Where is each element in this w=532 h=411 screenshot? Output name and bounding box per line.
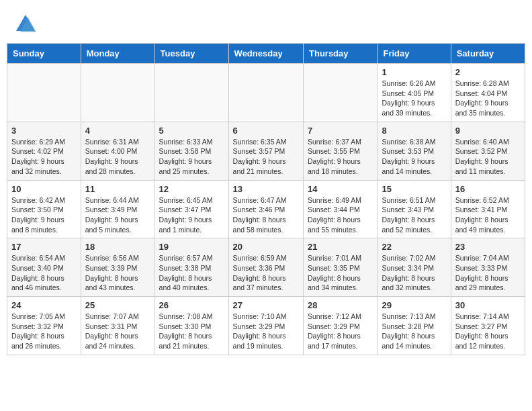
- day-cell: 11Sunrise: 6:44 AMSunset: 3:49 PMDayligh…: [81, 180, 154, 238]
- week-row-3: 17Sunrise: 6:54 AMSunset: 3:40 PMDayligh…: [7, 238, 525, 297]
- day-number: 28: [308, 300, 373, 310]
- day-cell: 13Sunrise: 6:47 AMSunset: 3:46 PMDayligh…: [228, 180, 303, 238]
- day-info: Sunrise: 6:44 AMSunset: 3:49 PMDaylight:…: [85, 195, 150, 235]
- day-number: 24: [11, 300, 77, 310]
- logo-icon: [13, 12, 38, 36]
- day-info: Sunrise: 7:05 AMSunset: 3:32 PMDaylight:…: [11, 312, 77, 351]
- day-cell: [228, 64, 303, 122]
- week-row-4: 24Sunrise: 7:05 AMSunset: 3:32 PMDayligh…: [7, 297, 525, 355]
- day-info: Sunrise: 6:40 AMSunset: 3:52 PMDaylight:…: [455, 137, 521, 177]
- day-cell: 30Sunrise: 7:14 AMSunset: 3:27 PMDayligh…: [451, 297, 525, 355]
- logo: [13, 12, 40, 36]
- day-number: 20: [233, 242, 299, 252]
- day-info: Sunrise: 6:49 AMSunset: 3:44 PMDaylight:…: [308, 195, 373, 235]
- day-cell: 7Sunrise: 6:37 AMSunset: 3:55 PMDaylight…: [304, 122, 378, 180]
- day-cell: 6Sunrise: 6:35 AMSunset: 3:57 PMDaylight…: [228, 122, 303, 180]
- day-info: Sunrise: 7:13 AMSunset: 3:28 PMDaylight:…: [382, 312, 446, 351]
- col-header-wednesday: Wednesday: [228, 44, 303, 64]
- col-header-sunday: Sunday: [7, 44, 81, 64]
- day-number: 27: [233, 300, 299, 310]
- day-number: 13: [233, 184, 299, 194]
- day-info: Sunrise: 6:29 AMSunset: 4:02 PMDaylight:…: [11, 137, 77, 177]
- day-number: 25: [85, 300, 150, 310]
- day-number: 26: [159, 300, 224, 310]
- day-number: 10: [11, 184, 77, 194]
- day-number: 2: [455, 67, 521, 77]
- day-number: 30: [455, 300, 521, 310]
- col-header-thursday: Thursday: [304, 44, 378, 64]
- week-row-2: 10Sunrise: 6:42 AMSunset: 3:50 PMDayligh…: [7, 180, 525, 238]
- day-cell: 26Sunrise: 7:08 AMSunset: 3:30 PMDayligh…: [154, 297, 228, 355]
- day-cell: 12Sunrise: 6:45 AMSunset: 3:47 PMDayligh…: [154, 180, 228, 238]
- day-number: 11: [85, 184, 150, 194]
- day-number: 6: [233, 126, 299, 136]
- day-number: 4: [85, 126, 150, 136]
- day-number: 9: [455, 126, 521, 136]
- day-number: 29: [382, 300, 446, 310]
- day-info: Sunrise: 6:51 AMSunset: 3:43 PMDaylight:…: [382, 195, 446, 235]
- day-number: 19: [159, 242, 224, 252]
- day-cell: 8Sunrise: 6:38 AMSunset: 3:53 PMDaylight…: [378, 122, 451, 180]
- day-info: Sunrise: 6:57 AMSunset: 3:38 PMDaylight:…: [159, 253, 224, 293]
- day-info: Sunrise: 6:38 AMSunset: 3:53 PMDaylight:…: [382, 137, 446, 177]
- day-info: Sunrise: 6:45 AMSunset: 3:47 PMDaylight:…: [159, 195, 224, 235]
- day-info: Sunrise: 6:37 AMSunset: 3:55 PMDaylight:…: [308, 137, 373, 177]
- calendar-table: SundayMondayTuesdayWednesdayThursdayFrid…: [7, 43, 525, 355]
- day-cell: [154, 64, 228, 122]
- day-cell: 24Sunrise: 7:05 AMSunset: 3:32 PMDayligh…: [7, 297, 81, 355]
- day-cell: 19Sunrise: 6:57 AMSunset: 3:38 PMDayligh…: [154, 238, 228, 297]
- day-number: 3: [11, 126, 77, 136]
- day-cell: 10Sunrise: 6:42 AMSunset: 3:50 PMDayligh…: [7, 180, 81, 238]
- day-info: Sunrise: 6:28 AMSunset: 4:04 PMDaylight:…: [455, 79, 521, 118]
- day-info: Sunrise: 6:52 AMSunset: 3:41 PMDaylight:…: [455, 195, 521, 235]
- header-row: SundayMondayTuesdayWednesdayThursdayFrid…: [7, 44, 525, 64]
- day-info: Sunrise: 7:01 AMSunset: 3:35 PMDaylight:…: [308, 253, 373, 293]
- day-number: 22: [382, 242, 446, 252]
- day-info: Sunrise: 7:07 AMSunset: 3:31 PMDaylight:…: [85, 312, 150, 351]
- day-cell: 2Sunrise: 6:28 AMSunset: 4:04 PMDaylight…: [451, 64, 525, 122]
- day-number: 5: [159, 126, 224, 136]
- day-cell: 4Sunrise: 6:31 AMSunset: 4:00 PMDaylight…: [81, 122, 154, 180]
- day-info: Sunrise: 7:12 AMSunset: 3:29 PMDaylight:…: [308, 312, 373, 351]
- calendar-wrapper: SundayMondayTuesdayWednesdayThursdayFrid…: [0, 43, 532, 362]
- day-number: 1: [382, 67, 446, 77]
- day-cell: 22Sunrise: 7:02 AMSunset: 3:34 PMDayligh…: [378, 238, 451, 297]
- day-info: Sunrise: 6:56 AMSunset: 3:39 PMDaylight:…: [85, 253, 150, 293]
- day-number: 8: [382, 126, 446, 136]
- day-number: 18: [85, 242, 150, 252]
- page-header: [0, 0, 532, 43]
- day-cell: [7, 64, 81, 122]
- day-number: 15: [382, 184, 446, 194]
- col-header-tuesday: Tuesday: [154, 44, 228, 64]
- day-info: Sunrise: 6:54 AMSunset: 3:40 PMDaylight:…: [11, 253, 77, 293]
- day-info: Sunrise: 6:31 AMSunset: 4:00 PMDaylight:…: [85, 137, 150, 177]
- day-number: 23: [455, 242, 521, 252]
- day-cell: [304, 64, 378, 122]
- day-cell: 15Sunrise: 6:51 AMSunset: 3:43 PMDayligh…: [378, 180, 451, 238]
- col-header-saturday: Saturday: [451, 44, 525, 64]
- day-cell: 16Sunrise: 6:52 AMSunset: 3:41 PMDayligh…: [451, 180, 525, 238]
- day-info: Sunrise: 6:26 AMSunset: 4:05 PMDaylight:…: [382, 79, 446, 118]
- day-cell: 9Sunrise: 6:40 AMSunset: 3:52 PMDaylight…: [451, 122, 525, 180]
- col-header-monday: Monday: [81, 44, 154, 64]
- day-info: Sunrise: 6:47 AMSunset: 3:46 PMDaylight:…: [233, 195, 299, 235]
- day-info: Sunrise: 7:14 AMSunset: 3:27 PMDaylight:…: [455, 312, 521, 351]
- day-number: 17: [11, 242, 77, 252]
- day-info: Sunrise: 6:59 AMSunset: 3:36 PMDaylight:…: [233, 253, 299, 293]
- day-cell: 5Sunrise: 6:33 AMSunset: 3:58 PMDaylight…: [154, 122, 228, 180]
- day-number: 16: [455, 184, 521, 194]
- day-info: Sunrise: 6:33 AMSunset: 3:58 PMDaylight:…: [159, 137, 224, 177]
- day-cell: 3Sunrise: 6:29 AMSunset: 4:02 PMDaylight…: [7, 122, 81, 180]
- day-info: Sunrise: 7:10 AMSunset: 3:29 PMDaylight:…: [233, 312, 299, 351]
- day-info: Sunrise: 6:42 AMSunset: 3:50 PMDaylight:…: [11, 195, 77, 235]
- day-cell: 28Sunrise: 7:12 AMSunset: 3:29 PMDayligh…: [304, 297, 378, 355]
- week-row-1: 3Sunrise: 6:29 AMSunset: 4:02 PMDaylight…: [7, 122, 525, 180]
- day-cell: 17Sunrise: 6:54 AMSunset: 3:40 PMDayligh…: [7, 238, 81, 297]
- day-info: Sunrise: 7:04 AMSunset: 3:33 PMDaylight:…: [455, 253, 521, 293]
- day-cell: 23Sunrise: 7:04 AMSunset: 3:33 PMDayligh…: [451, 238, 525, 297]
- week-row-0: 1Sunrise: 6:26 AMSunset: 4:05 PMDaylight…: [7, 64, 525, 122]
- day-number: 21: [308, 242, 373, 252]
- day-cell: 25Sunrise: 7:07 AMSunset: 3:31 PMDayligh…: [81, 297, 154, 355]
- day-cell: 14Sunrise: 6:49 AMSunset: 3:44 PMDayligh…: [304, 180, 378, 238]
- day-info: Sunrise: 6:35 AMSunset: 3:57 PMDaylight:…: [233, 137, 299, 177]
